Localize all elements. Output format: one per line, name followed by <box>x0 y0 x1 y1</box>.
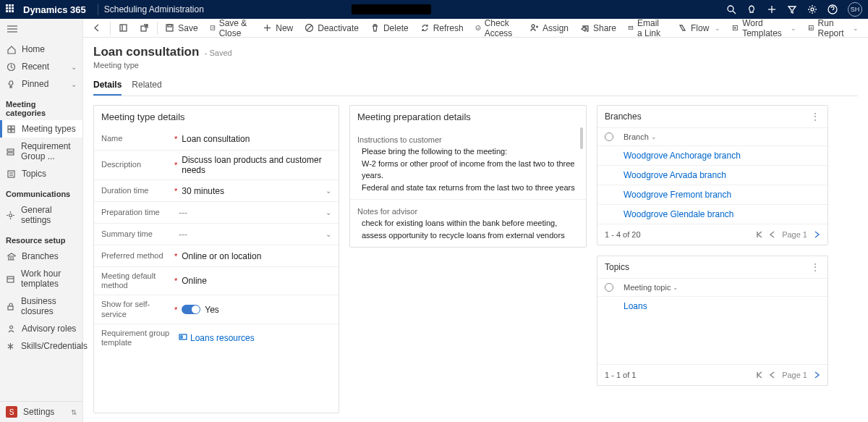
first-page-icon[interactable] <box>756 371 763 379</box>
tab-details[interactable]: Details <box>93 77 122 96</box>
svg-point-35 <box>532 25 535 28</box>
plus-icon[interactable] <box>767 4 777 14</box>
branches-header-row[interactable]: Branch ⌄ <box>597 127 827 145</box>
topics-header-row[interactable]: Meeting topic ⌄ <box>597 278 827 296</box>
next-page-icon[interactable] <box>813 371 820 379</box>
field-value[interactable]: Discuss loan products and customer needs <box>182 155 331 175</box>
topics-title: Topics <box>605 262 629 272</box>
field-row[interactable]: Requirement group templateLoans resource… <box>94 324 339 352</box>
field-row[interactable]: Show for self-service*Yes <box>94 295 339 323</box>
field-row[interactable]: Meeting default method*Online <box>94 266 339 295</box>
user-avatar[interactable]: SH <box>848 2 862 17</box>
sidebar-item[interactable]: Business closures <box>0 292 82 320</box>
cmd-save-&-close[interactable]: Save & Close <box>205 16 257 41</box>
required-indicator: * <box>174 187 177 195</box>
svg-rect-11 <box>12 126 14 129</box>
lightbulb-icon[interactable] <box>746 4 757 14</box>
search-icon[interactable] <box>726 4 736 14</box>
field-row[interactable]: Summary time---⌄ <box>94 223 339 245</box>
sidebar-item[interactable]: Branches <box>0 248 82 265</box>
chevron-updown-icon: ⇅ <box>71 408 77 416</box>
more-icon[interactable]: ⋮ <box>811 262 820 272</box>
branch-row[interactable]: Woodgrove Anchorage branch <box>597 145 827 165</box>
help-icon[interactable] <box>827 4 838 14</box>
field-value[interactable]: Online <box>182 276 331 286</box>
app-launcher-icon[interactable] <box>6 4 16 14</box>
field-value[interactable]: --- <box>179 208 326 218</box>
field-row[interactable]: Description*Discuss loan products and cu… <box>94 150 339 180</box>
filter-icon[interactable] <box>787 4 797 14</box>
adv-icon <box>6 324 16 334</box>
cmd-check-access[interactable]: Check Access <box>470 16 523 41</box>
sidebar-pinned[interactable]: Pinned⌄ <box>0 75 82 93</box>
column-header[interactable]: Meeting topic <box>624 283 671 292</box>
cmd-refresh[interactable]: Refresh <box>415 21 469 35</box>
select-all-radio[interactable] <box>605 132 613 141</box>
lookup-value[interactable]: Loans resources <box>179 332 331 343</box>
select-all-radio[interactable] <box>605 283 613 292</box>
next-page-icon[interactable] <box>813 231 820 238</box>
field-value[interactable]: 30 minutes <box>182 186 326 196</box>
sidebar-item[interactable]: Skills/Credentials <box>0 337 82 355</box>
branch-row[interactable]: Woodgrove Arvada branch <box>597 165 827 185</box>
sidebar-home[interactable]: Home <box>0 41 82 58</box>
section-title: Meeting preparation details <box>350 106 586 128</box>
field-row[interactable]: Duration time*30 minutes⌄ <box>94 180 339 201</box>
cmd-share[interactable]: Share <box>575 21 621 35</box>
cmd-word-templates[interactable]: Word Templates⌄ <box>727 16 801 41</box>
svg-rect-22 <box>8 306 13 310</box>
topic-row[interactable]: Loans <box>597 296 827 316</box>
settings-label: Settings <box>23 407 54 417</box>
cmd-popout[interactable] <box>135 21 154 35</box>
cmd-back[interactable] <box>88 21 107 35</box>
sidebar-toggle[interactable] <box>0 19 82 41</box>
toggle[interactable] <box>182 305 200 314</box>
column-header[interactable]: Branch <box>624 132 649 141</box>
field-label: Show for self-service <box>101 300 170 318</box>
first-page-icon[interactable] <box>756 231 763 238</box>
branch-row[interactable]: Woodgrove Fremont branch <box>597 185 827 204</box>
field-row[interactable]: Preparation time---⌄ <box>94 201 339 223</box>
field-value[interactable]: --- <box>179 229 326 240</box>
chevron-down-icon: ⌄ <box>326 230 331 238</box>
branch-row[interactable]: Woodgrove Glendale branch <box>597 204 827 224</box>
svg-point-0 <box>728 6 733 12</box>
meeting-type-details-card: Meeting type details Name*Loan consultat… <box>93 105 339 413</box>
svg-rect-24 <box>120 25 127 31</box>
sidebar-item[interactable]: Topics <box>0 165 82 182</box>
cmd-email-a-link[interactable]: Email a Link <box>623 16 671 41</box>
field-row[interactable]: Preferred method*Online or on location <box>94 245 339 266</box>
cmd-delete[interactable]: Delete <box>365 21 414 35</box>
instructions-text[interactable]: Please bring the following to the meetin… <box>357 145 579 193</box>
sidebar-item[interactable]: General settings <box>0 201 82 229</box>
cmd-panel[interactable] <box>114 21 133 35</box>
cmd-deactivate[interactable]: Deactivate <box>299 21 364 35</box>
more-icon[interactable]: ⋮ <box>811 111 820 122</box>
field-value[interactable]: Loan consultation <box>182 134 331 144</box>
field-value[interactable]: Online or on location <box>182 251 331 261</box>
cmd-assign[interactable]: Assign <box>524 21 574 35</box>
sidebar-item[interactable]: Work hour templates <box>0 265 82 292</box>
sidebar-area-switcher[interactable]: S Settings ⇅ <box>0 401 82 422</box>
tab-related[interactable]: Related <box>132 77 161 96</box>
record-count: 1 - 1 of 1 <box>605 371 636 379</box>
cmd-save[interactable]: Save <box>160 21 203 35</box>
lock-icon <box>6 301 15 311</box>
notes-text[interactable]: check for existing loans within the bank… <box>357 217 579 241</box>
record-header: Loan consultation - Saved Meeting type D… <box>83 38 868 96</box>
scrollbar[interactable] <box>580 127 583 149</box>
sidebar-item[interactable]: Advisory roles <box>0 320 82 337</box>
clock-icon <box>6 62 16 72</box>
cmd-flow[interactable]: Flow⌄ <box>673 21 726 35</box>
sidebar-item[interactable]: Meeting types <box>0 120 82 138</box>
gear-icon[interactable] <box>807 4 817 14</box>
sidebar-recent[interactable]: Recent⌄ <box>0 58 82 75</box>
field-row[interactable]: Name*Loan consultation <box>94 128 339 150</box>
svg-rect-10 <box>8 126 11 129</box>
sidebar-item[interactable]: Requirement Group ... <box>0 138 82 165</box>
field-label: Summary time <box>101 229 170 239</box>
prev-page-icon[interactable] <box>769 371 776 379</box>
prev-page-icon[interactable] <box>769 231 776 238</box>
cmd-new[interactable]: New <box>258 21 298 35</box>
cmd-run-report[interactable]: Run Report⌄ <box>803 16 864 41</box>
